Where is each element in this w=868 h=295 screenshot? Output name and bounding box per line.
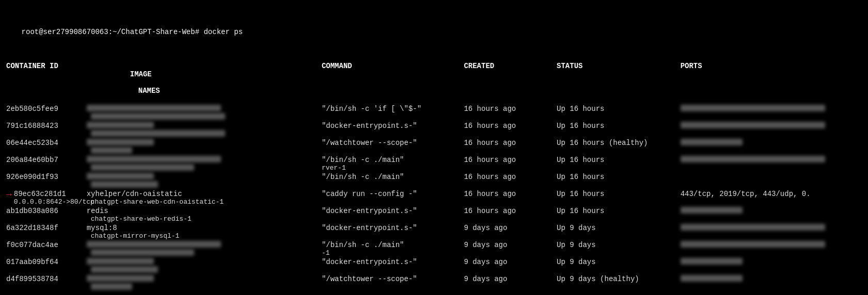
status-cell: Up 16 hours bbox=[555, 155, 678, 172]
image-name: ████████████ bbox=[87, 258, 318, 266]
created-cell: 16 hours ago bbox=[462, 172, 555, 189]
image-names-cell: ████████████████████████ bbox=[85, 172, 320, 189]
red-arrow-icon: → bbox=[6, 190, 12, 199]
status-cell: Up 9 days bbox=[555, 223, 678, 240]
container-id: 6a322d18348f bbox=[4, 223, 85, 240]
image-names-cell: ████████████████████████ bbox=[85, 138, 320, 155]
table-row: 06e44ec523b4████████████████████████"/wa… bbox=[4, 138, 864, 155]
created-cell: 9 days ago bbox=[462, 223, 555, 240]
container-name: ████████████ bbox=[87, 113, 318, 121]
image-names-cell: ████████████████████████ bbox=[85, 257, 320, 274]
container-id: 2eb580c5fee9 bbox=[4, 104, 85, 121]
header-created: CREATED bbox=[462, 61, 555, 104]
container-id: d4f899538784 bbox=[4, 274, 85, 291]
header-status: STATUS bbox=[555, 61, 678, 104]
table-row: 2eb580c5fee9████████████████████████"/bi… bbox=[4, 104, 864, 121]
header-ports: PORTS bbox=[678, 61, 864, 104]
status-cell: Up 16 hours (healthy) bbox=[555, 138, 678, 155]
image-names-cell: ████████████████████████ bbox=[85, 240, 320, 257]
created-cell: 9 days ago bbox=[462, 240, 555, 257]
command-cell: "docker-entrypoint.s-" bbox=[320, 121, 462, 138]
ports-cell: 443/tcp, 2019/tcp, 443/udp, 0. bbox=[678, 189, 864, 206]
header-container-id: CONTAINER ID bbox=[4, 61, 85, 104]
command-cell: "/bin/sh -c ./main" bbox=[320, 172, 462, 189]
ports-cell: ████████████ bbox=[678, 138, 864, 155]
container-id: f0c077dac4ae bbox=[4, 240, 85, 257]
created-cell: 16 hours ago bbox=[462, 104, 555, 121]
image-name: ████████████ bbox=[87, 105, 318, 113]
ports-cell: ████████████ bbox=[678, 274, 864, 291]
status-cell: Up 16 hours bbox=[555, 104, 678, 121]
created-cell: 16 hours ago bbox=[462, 138, 555, 155]
container-name: ████████████ bbox=[87, 147, 318, 155]
command-cell: "docker-entrypoint.s-" bbox=[320, 206, 462, 223]
table-row: 791c16888423████████████████████████"doc… bbox=[4, 121, 864, 138]
container-name: ████████████ bbox=[87, 164, 318, 172]
table-row: 017aab09bf64████████████████████████"doc… bbox=[4, 257, 864, 274]
container-name: chatgpt-share-web-redis-1 bbox=[87, 215, 318, 223]
image-name: ████████████ bbox=[87, 173, 318, 181]
table-row: ab1db038a086redischatgpt-share-web-redis… bbox=[4, 206, 864, 223]
ports-cell bbox=[678, 172, 864, 189]
container-id: →89ec63c281d10.0.0.0:8642->80/tcp bbox=[4, 189, 85, 206]
docker-ps-table: CONTAINER ID IMAGE NAMES COMMAND CREATED… bbox=[4, 61, 864, 291]
ports-cell: ████████████ bbox=[678, 104, 864, 121]
table-row: f0c077dac4ae████████████████████████"/bi… bbox=[4, 240, 864, 257]
command-cell: "/bin/sh -c ./main"rver-1 bbox=[320, 155, 462, 172]
container-name: ████████████ bbox=[87, 266, 318, 274]
container-name: chatgpt-share-web-cdn-oaistatic-1 bbox=[87, 198, 318, 206]
ports-cell: ████████████ bbox=[678, 223, 864, 240]
status-cell: Up 16 hours bbox=[555, 189, 678, 206]
container-id: 06e44ec523b4 bbox=[4, 138, 85, 155]
ports-cell: ████████████ bbox=[678, 121, 864, 138]
image-name: ████████████ bbox=[87, 122, 318, 130]
status-cell: Up 9 days (healthy) bbox=[555, 274, 678, 291]
container-port-mapping: 0.0.0.0:8642->80/tcp bbox=[14, 198, 94, 206]
table-row: 926e090d1f93████████████████████████"/bi… bbox=[4, 172, 864, 189]
command-cell: "/watchtower --scope-" bbox=[320, 138, 462, 155]
image-names-cell: ████████████████████████ bbox=[85, 155, 320, 172]
image-name: ████████████ bbox=[87, 139, 318, 147]
command-cell: "/watchtower --scope-" bbox=[320, 274, 462, 291]
ports-cell: ████████████ bbox=[678, 206, 864, 223]
container-id: 017aab09bf64 bbox=[4, 257, 85, 274]
image-names-cell: ████████████████████████ bbox=[85, 121, 320, 138]
container-id: ab1db038a086 bbox=[4, 206, 85, 223]
status-cell: Up 16 hours bbox=[555, 121, 678, 138]
command-cell: "/bin/sh -c ./main"-1 bbox=[320, 240, 462, 257]
container-name: ████████████ bbox=[87, 130, 318, 138]
status-cell: Up 9 days bbox=[555, 257, 678, 274]
created-cell: 9 days ago bbox=[462, 274, 555, 291]
container-id: 791c16888423 bbox=[4, 121, 85, 138]
container-id: 206a84e60bb7 bbox=[4, 155, 85, 172]
image-name: ████████████ bbox=[87, 275, 318, 283]
command-cell: "docker-entrypoint.s-" bbox=[320, 223, 462, 240]
created-cell: 16 hours ago bbox=[462, 155, 555, 172]
ports-cell: ████████████ bbox=[678, 155, 864, 172]
image-names-cell: xyhelper/cdn-oaistaticchatgpt-share-web-… bbox=[85, 189, 320, 206]
image-name: redis bbox=[87, 207, 318, 215]
image-names-cell: ████████████████████████ bbox=[85, 104, 320, 121]
created-cell: 16 hours ago bbox=[462, 189, 555, 206]
status-cell: Up 16 hours bbox=[555, 172, 678, 189]
ports-cell: ████████████ bbox=[678, 240, 864, 257]
image-name: ████████████ bbox=[87, 156, 318, 164]
table-row: 206a84e60bb7████████████████████████"/bi… bbox=[4, 155, 864, 172]
command-cell: "caddy run --config -" bbox=[320, 189, 462, 206]
header-image: IMAGE NAMES bbox=[85, 61, 320, 104]
table-row: 6a322d18348fmysql:8chatgpt-mirror-mysql-… bbox=[4, 223, 864, 240]
image-name: mysql:8 bbox=[87, 224, 318, 232]
created-cell: 16 hours ago bbox=[462, 121, 555, 138]
image-names-cell: mysql:8chatgpt-mirror-mysql-1 bbox=[85, 223, 320, 240]
command-cell: "/bin/sh -c 'if [ \"$-" bbox=[320, 104, 462, 121]
command-cell: "docker-entrypoint.s-" bbox=[320, 257, 462, 274]
created-cell: 9 days ago bbox=[462, 257, 555, 274]
table-row: →89ec63c281d10.0.0.0:8642->80/tcpxyhelpe… bbox=[4, 189, 864, 206]
ports-cell: ████████████ bbox=[678, 257, 864, 274]
container-name: chatgpt-mirror-mysql-1 bbox=[87, 232, 318, 240]
header-command: COMMAND bbox=[320, 61, 462, 104]
created-cell: 16 hours ago bbox=[462, 206, 555, 223]
terminal: root@ser279908670063:~/ChatGPT-Share-Web… bbox=[0, 0, 868, 295]
prompt-text: root@ser279908670063:~/ChatGPT-Share-Web… bbox=[22, 28, 243, 36]
image-name: xyhelper/cdn-oaistatic bbox=[87, 190, 318, 198]
